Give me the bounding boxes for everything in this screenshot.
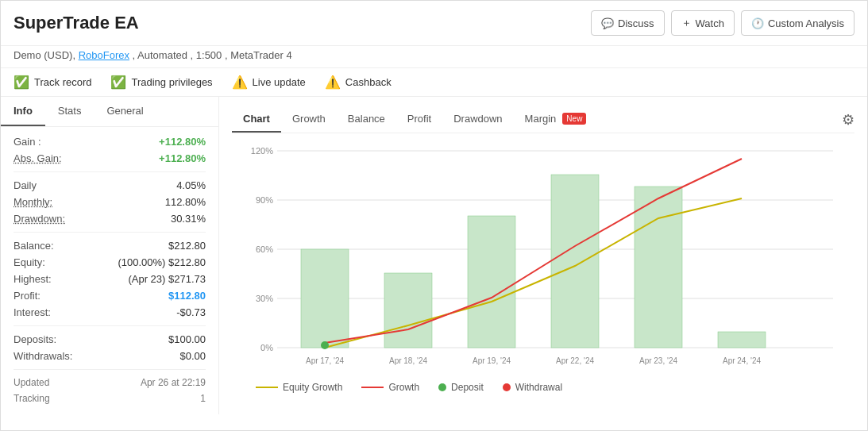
chart-svg: 120% 90% 60% 30% 0% bbox=[232, 143, 854, 373]
abs-gain-value: +112.80% bbox=[159, 152, 206, 164]
custom-analysis-button[interactable]: 🕐 Custom Analysis bbox=[741, 10, 854, 36]
chart-tab-balance[interactable]: Balance bbox=[337, 106, 396, 133]
svg-text:Apr 24, '24: Apr 24, '24 bbox=[723, 356, 761, 365]
highest-label: Highest: bbox=[14, 273, 52, 285]
abs-gain-row: Abs. Gain: +112.80% bbox=[14, 150, 206, 167]
divider-4 bbox=[14, 369, 206, 370]
tracking-label: Tracking bbox=[14, 393, 50, 404]
chart-tab-chart[interactable]: Chart bbox=[232, 106, 281, 133]
gain-value: +112.80% bbox=[159, 136, 206, 148]
status-cashback: ⚠️ Cashback bbox=[325, 75, 392, 90]
updated-value: Apr 26 at 22:19 bbox=[141, 377, 206, 388]
warn-icon-cashback: ⚠️ bbox=[325, 75, 341, 90]
gain-row: Gain : +112.80% bbox=[14, 133, 206, 150]
legend-equity-growth: Equity Growth bbox=[256, 382, 342, 393]
divider-3 bbox=[14, 325, 206, 326]
broker-link[interactable]: RoboForex bbox=[79, 49, 129, 61]
right-panel: Chart Growth Balance Profit Drawdown Mar… bbox=[219, 97, 867, 414]
svg-text:Apr 22, '24: Apr 22, '24 bbox=[556, 356, 594, 365]
chart-area: 120% 90% 60% 30% 0% bbox=[232, 143, 854, 405]
svg-text:Apr 17, '24: Apr 17, '24 bbox=[306, 356, 344, 365]
header: SuperTrade EA 💬 Discuss ＋ Watch 🕐 Custom… bbox=[1, 1, 867, 46]
updated-label: Updated bbox=[14, 377, 49, 388]
drawdown-row: Drawdown: 30.31% bbox=[14, 210, 206, 227]
withdrawals-row: Withdrawals: $0.00 bbox=[14, 348, 206, 364]
bar-apr19 bbox=[468, 216, 515, 348]
withdrawal-label: Withdrawal bbox=[515, 382, 562, 393]
monthly-row: Monthly: 112.80% bbox=[14, 194, 206, 210]
profit-value: $112.80 bbox=[168, 290, 206, 302]
left-panel: Info Stats General Gain : +112.80% Abs. … bbox=[1, 97, 219, 414]
equity-value: (100.00%) $212.80 bbox=[118, 256, 206, 268]
daily-label: Daily bbox=[14, 179, 37, 191]
check-icon-trading: ✅ bbox=[110, 75, 126, 90]
clock-icon: 🕐 bbox=[751, 17, 764, 29]
equity-growth-label: Equity Growth bbox=[283, 382, 342, 393]
deposits-value: $100.00 bbox=[168, 333, 206, 345]
bar-apr22 bbox=[551, 175, 599, 348]
interest-row: Interest: -$0.73 bbox=[14, 304, 206, 321]
divider-2 bbox=[14, 232, 206, 233]
equity-growth-line-legend bbox=[256, 387, 278, 388]
deposits-label: Deposits: bbox=[14, 333, 56, 345]
chart-tab-drawdown[interactable]: Drawdown bbox=[442, 106, 513, 133]
gain-label: Gain : bbox=[14, 136, 41, 148]
updated-row: Updated Apr 26 at 22:19 bbox=[14, 375, 206, 391]
svg-text:30%: 30% bbox=[256, 294, 273, 303]
bar-apr24 bbox=[718, 332, 766, 348]
discuss-icon: 💬 bbox=[601, 17, 614, 29]
app-container: SuperTrade EA 💬 Discuss ＋ Watch 🕐 Custom… bbox=[0, 0, 868, 431]
svg-text:0%: 0% bbox=[260, 343, 273, 352]
balance-label: Balance: bbox=[14, 240, 54, 252]
main-content: Info Stats General Gain : +112.80% Abs. … bbox=[1, 97, 867, 414]
withdrawals-label: Withdrawals: bbox=[14, 350, 72, 362]
new-badge: New bbox=[562, 113, 586, 125]
highest-row: Highest: (Apr 23) $271.73 bbox=[14, 271, 206, 287]
svg-text:90%: 90% bbox=[256, 195, 273, 205]
deposit-label: Deposit bbox=[451, 382, 484, 393]
legend-growth: Growth bbox=[361, 382, 419, 393]
profit-row: Profit: $112.80 bbox=[14, 287, 206, 304]
balance-value: $212.80 bbox=[168, 240, 206, 252]
equity-row: Equity: (100.00%) $212.80 bbox=[14, 254, 206, 271]
tracking-row: Tracking 1 bbox=[14, 391, 206, 406]
chart-tab-margin[interactable]: Margin New bbox=[514, 106, 598, 133]
page-title: SuperTrade EA bbox=[14, 13, 139, 33]
svg-text:Apr 18, '24: Apr 18, '24 bbox=[389, 356, 427, 365]
cashback-label: Cashback bbox=[345, 76, 392, 88]
header-buttons: 💬 Discuss ＋ Watch 🕐 Custom Analysis bbox=[591, 10, 854, 36]
legend-deposit: Deposit bbox=[438, 382, 484, 393]
monthly-label: Monthly: bbox=[14, 196, 52, 208]
chart-tabs: Chart Growth Balance Profit Drawdown Mar… bbox=[232, 106, 854, 133]
tab-info[interactable]: Info bbox=[1, 97, 45, 126]
highest-value: (Apr 23) $271.73 bbox=[128, 273, 206, 285]
trading-privileges-label: Trading privileges bbox=[131, 76, 212, 88]
growth-label: Growth bbox=[388, 382, 419, 393]
bar-apr18 bbox=[384, 273, 432, 348]
withdrawal-dot-legend bbox=[503, 383, 511, 391]
divider-1 bbox=[14, 171, 206, 172]
interest-label: Interest: bbox=[14, 306, 51, 318]
tab-general[interactable]: General bbox=[94, 97, 156, 126]
bar-apr23 bbox=[635, 187, 682, 348]
status-trading-privileges: ✅ Trading privileges bbox=[110, 75, 212, 90]
chart-tab-profit[interactable]: Profit bbox=[396, 106, 442, 133]
drawdown-label: Drawdown: bbox=[14, 213, 65, 225]
svg-text:Apr 19, '24: Apr 19, '24 bbox=[473, 356, 511, 365]
daily-row: Daily 4.05% bbox=[14, 177, 206, 194]
chart-tab-growth[interactable]: Growth bbox=[281, 106, 337, 133]
svg-text:120%: 120% bbox=[251, 146, 273, 156]
live-update-label: Live update bbox=[253, 76, 306, 88]
watch-button[interactable]: ＋ Watch bbox=[671, 10, 735, 36]
status-live-update: ⚠️ Live update bbox=[232, 75, 306, 90]
interest-value: -$0.73 bbox=[176, 306, 206, 318]
withdrawals-value: $0.00 bbox=[179, 350, 206, 362]
subtitle: Demo (USD), RoboForex , Automated , 1:50… bbox=[1, 46, 867, 68]
warn-icon-live: ⚠️ bbox=[232, 75, 248, 90]
bar-apr17 bbox=[301, 249, 349, 348]
status-track-record: ✅ Track record bbox=[14, 75, 91, 90]
discuss-button[interactable]: 💬 Discuss bbox=[591, 10, 665, 36]
tab-stats[interactable]: Stats bbox=[45, 97, 95, 126]
filter-icon[interactable]: ⚙ bbox=[842, 111, 854, 129]
equity-label: Equity: bbox=[14, 256, 45, 268]
